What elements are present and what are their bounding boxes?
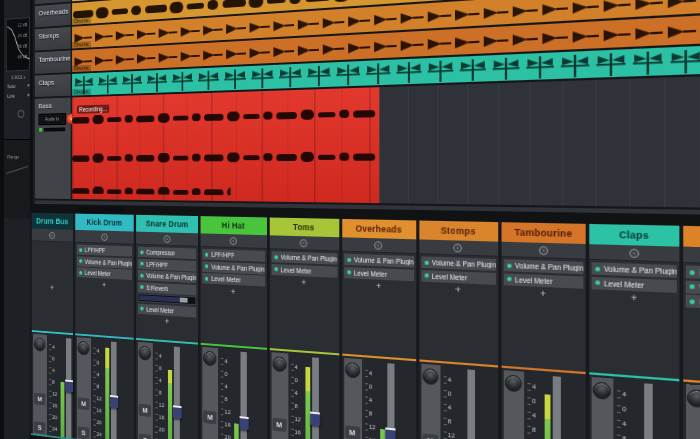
- plugin-item[interactable]: LPF/HPF: [203, 249, 265, 262]
- fader-handle[interactable]: [173, 405, 182, 418]
- plugin-item[interactable]: Volume & Pan Plugin: [421, 256, 496, 271]
- plugin-list: Volume & Pan PluginLevel Meter+: [342, 252, 416, 360]
- mixer-strip-claps: ClapsVolume & Pan PluginLevel Meter+MS40…: [590, 224, 680, 439]
- db-scale-number: 12: [448, 432, 461, 439]
- add-plugin-button[interactable]: +: [344, 279, 414, 294]
- mute-button[interactable]: M: [345, 425, 360, 439]
- audio-clip[interactable]: Recording...: [72, 87, 379, 203]
- fader-handle[interactable]: [239, 416, 248, 430]
- mute-button[interactable]: M: [422, 433, 438, 439]
- strip-header[interactable]: Drum Bus: [32, 213, 73, 230]
- mute-button[interactable]: M: [34, 393, 45, 406]
- strip-header[interactable]: Claps: [590, 224, 680, 247]
- meter-level-segment: [168, 383, 172, 439]
- db-scale-number: 4: [622, 391, 637, 399]
- plugin-label: Volume & Pan Plugin: [515, 262, 584, 272]
- plugin-item[interactable]: Compressor: [138, 247, 197, 260]
- add-plugin-button[interactable]: +: [77, 279, 132, 292]
- automation-mode-icon[interactable]: [49, 232, 55, 239]
- timeline: Toms Overheads DrumsStomps DrumsTambouri…: [35, 0, 700, 215]
- strip-header[interactable]: Kick Drum: [75, 214, 134, 232]
- pan-knob[interactable]: [422, 368, 438, 385]
- fader-handle[interactable]: [310, 412, 320, 426]
- plugin-item[interactable]: Volume & Pan Plugin: [77, 256, 132, 268]
- track-header[interactable]: BassAudio In: [35, 97, 72, 199]
- add-plugin-button[interactable]: +: [686, 309, 700, 327]
- fader-track[interactable]: [553, 376, 561, 439]
- audio-input-selector[interactable]: Audio In: [39, 113, 66, 125]
- fader-track[interactable]: [111, 342, 117, 439]
- fader-handle[interactable]: [110, 395, 118, 408]
- plugin-item[interactable]: Level Meter: [271, 264, 337, 278]
- add-plugin-button[interactable]: +: [592, 290, 677, 307]
- fader-track[interactable]: [174, 347, 180, 439]
- fader-track[interactable]: [312, 357, 319, 439]
- plugin-item[interactable]: Volume & Pan Plugin: [344, 254, 414, 268]
- automation-mode-icon[interactable]: [629, 249, 639, 258]
- strip-options-row: [32, 229, 73, 243]
- add-plugin-button[interactable]: +: [271, 276, 337, 290]
- plugin-item[interactable]: Volume & Pan Plugin: [504, 259, 584, 274]
- solo-button[interactable]: S: [34, 421, 45, 434]
- plugin-enabled-icon: [79, 248, 82, 252]
- mute-button[interactable]: M: [272, 418, 286, 432]
- plugin-item[interactable]: Volume & Pan Plugin: [203, 261, 265, 274]
- plugin-list: LPF/HPFVolume & Pan PluginLevel Meter+: [684, 263, 700, 387]
- fader-handle[interactable]: [65, 380, 73, 393]
- mute-button[interactable]: M: [203, 410, 216, 424]
- plugin-enabled-icon: [140, 307, 143, 311]
- meter-peak-segment: [545, 394, 551, 419]
- add-plugin-button[interactable]: +: [203, 285, 265, 299]
- fader-track[interactable]: [644, 383, 653, 439]
- plugin-item[interactable]: Level Meter: [344, 266, 414, 280]
- plugin-item[interactable]: LPF/HPF: [77, 244, 132, 256]
- add-plugin-button[interactable]: +: [33, 282, 71, 294]
- slider-handle[interactable]: [180, 298, 187, 303]
- pan-knob[interactable]: [505, 375, 522, 393]
- automation-mode-icon[interactable]: [374, 241, 382, 250]
- automation-mode-icon[interactable]: [538, 246, 547, 255]
- sidebar-row-link[interactable]: Link: [7, 93, 29, 99]
- plugin-item[interactable]: Volume & Pan Plugin: [271, 251, 337, 264]
- strip-header[interactable]: Toms: [269, 217, 339, 237]
- pan-knob[interactable]: [34, 337, 45, 351]
- strip-header[interactable]: Overheads: [342, 219, 416, 239]
- fader-handle[interactable]: [385, 427, 395, 439]
- automation-mode-icon[interactable]: [300, 239, 308, 247]
- solo-button[interactable]: S: [78, 426, 90, 439]
- strip-options-row: [136, 232, 198, 247]
- add-plugin-button[interactable]: +: [138, 315, 197, 329]
- plugin-item[interactable]: LPF/HPF: [138, 258, 197, 271]
- plugin-list: Volume & Pan PluginLevel Meter+: [269, 249, 339, 353]
- strip-header[interactable]: Tambourine: [502, 222, 586, 244]
- plugin-label: Level Meter: [146, 305, 174, 313]
- track-header[interactable]: Stomps: [35, 27, 72, 51]
- properties-sidebar: 12 dB24 dB36 dB48 dB 0.0001 s SoloLink R…: [4, 0, 32, 439]
- plugin-item[interactable]: Level Meter: [421, 270, 496, 285]
- pan-knob[interactable]: [139, 346, 151, 361]
- strip-header[interactable]: Hi Hat: [201, 216, 267, 235]
- strip-header[interactable]: Snare Drum: [136, 215, 198, 234]
- sidebar-row-solo[interactable]: Solo: [7, 83, 29, 89]
- solo-button[interactable]: S: [139, 434, 151, 439]
- automation-mode-icon[interactable]: [454, 244, 463, 253]
- add-plugin-button[interactable]: +: [421, 283, 496, 298]
- automation-mode-icon[interactable]: [163, 235, 170, 243]
- track-header[interactable]: Claps: [35, 74, 72, 97]
- mute-button[interactable]: M: [78, 397, 90, 410]
- db-scale-number: 8: [369, 410, 381, 417]
- track-header[interactable]: Overheads: [35, 3, 72, 27]
- add-plugin-button[interactable]: +: [504, 286, 584, 302]
- plugin-item[interactable]: Volume & Pan Plugin: [592, 262, 677, 278]
- clip-name-tag: Drums: [72, 89, 91, 96]
- automation-mode-icon[interactable]: [230, 237, 237, 245]
- plugin-curve-display: 12 dB24 dB36 dB48 dB: [6, 17, 30, 71]
- sidebar-knob[interactable]: [18, 110, 25, 118]
- track-header[interactable]: Tambourine: [35, 50, 72, 73]
- automation-mode-icon[interactable]: [101, 233, 107, 241]
- mute-button[interactable]: M: [139, 404, 151, 418]
- db-scale-ticks: [365, 370, 368, 439]
- pan-knob[interactable]: [78, 341, 90, 356]
- strip-header[interactable]: Stomps: [419, 221, 498, 242]
- fader-track[interactable]: [467, 369, 475, 439]
